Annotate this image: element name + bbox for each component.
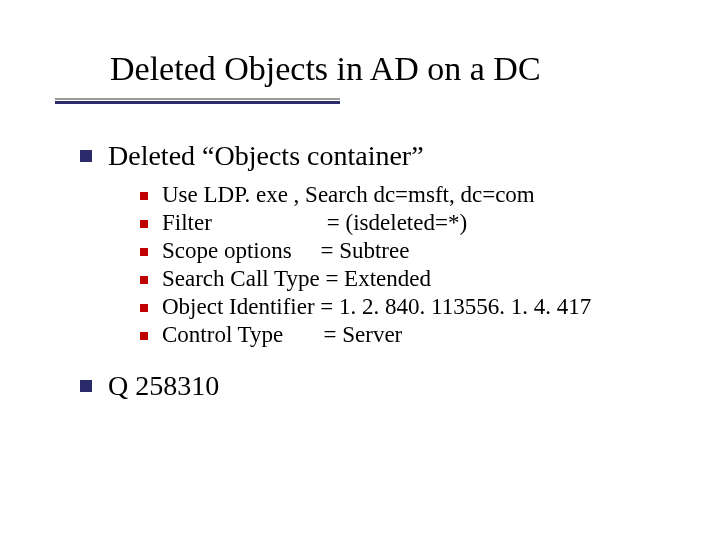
bullet-level2: Control Type = Server	[140, 322, 680, 348]
square-bullet-icon	[80, 150, 92, 162]
level2-text: Use LDP. exe , Search dc=msft, dc=com	[162, 182, 535, 208]
square-bullet-icon	[80, 380, 92, 392]
level2-text: Filter = (isdeleted=*)	[162, 210, 467, 236]
square-bullet-icon	[140, 220, 148, 228]
bullet-level2: Use LDP. exe , Search dc=msft, dc=com	[140, 182, 680, 208]
slide: Deleted Objects in AD on a DC Deleted “O…	[0, 0, 720, 540]
title-underline	[55, 98, 340, 104]
square-bullet-icon	[140, 276, 148, 284]
bullet-level1: Q 258310	[80, 370, 680, 402]
bullet-level2: Object Identifier = 1. 2. 840. 113556. 1…	[140, 294, 680, 320]
underline-grey	[55, 98, 340, 100]
bullet-level1: Deleted “Objects container”	[80, 140, 680, 172]
title-wrap: Deleted Objects in AD on a DC	[110, 50, 680, 88]
level2-text: Search Call Type = Extended	[162, 266, 431, 292]
square-bullet-icon	[140, 304, 148, 312]
level1-text: Deleted “Objects container”	[108, 140, 424, 172]
square-bullet-icon	[140, 248, 148, 256]
bullet-level2: Filter = (isdeleted=*)	[140, 210, 680, 236]
level2-text: Object Identifier = 1. 2. 840. 113556. 1…	[162, 294, 591, 320]
bullet-level2: Scope options = Subtree	[140, 238, 680, 264]
square-bullet-icon	[140, 332, 148, 340]
level2-text: Control Type = Server	[162, 322, 402, 348]
content-area: Deleted “Objects container” Use LDP. exe…	[40, 140, 680, 402]
level2-text: Scope options = Subtree	[162, 238, 409, 264]
square-bullet-icon	[140, 192, 148, 200]
sublist: Use LDP. exe , Search dc=msft, dc=com Fi…	[80, 182, 680, 348]
level1-text: Q 258310	[108, 370, 219, 402]
underline-navy	[55, 101, 340, 104]
bullet-level2: Search Call Type = Extended	[140, 266, 680, 292]
slide-title: Deleted Objects in AD on a DC	[110, 50, 680, 88]
